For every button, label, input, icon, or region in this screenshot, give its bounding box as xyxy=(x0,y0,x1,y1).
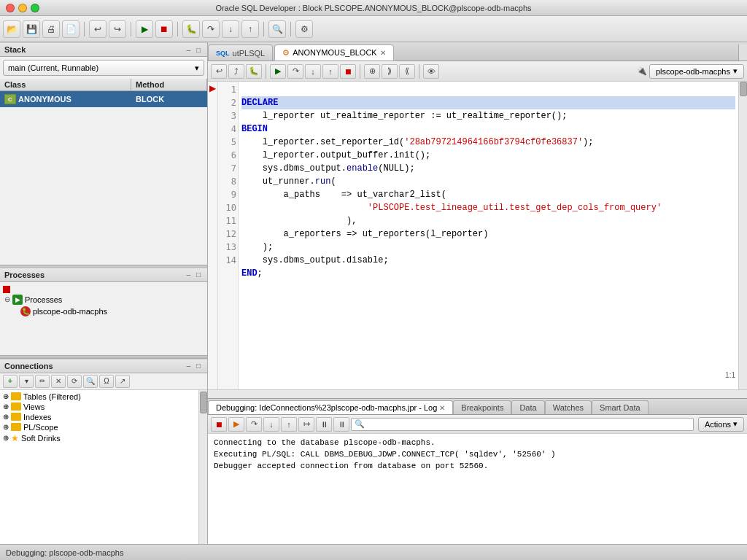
editor-scrollbar-h[interactable] xyxy=(208,389,747,398)
save-all-button[interactable]: 🖨 xyxy=(42,20,60,38)
debug-stepinto-btn[interactable]: ↓ xyxy=(263,417,279,432)
close-button[interactable] xyxy=(6,4,15,12)
table-row[interactable]: C ANONYMOUS BLOCK xyxy=(0,91,207,107)
conn-minus-icon[interactable]: – xyxy=(184,361,193,370)
connections-title: Connections xyxy=(4,362,53,370)
ed-watch-btn[interactable]: 👁 xyxy=(423,64,439,79)
debug-stepout-btn[interactable]: ↑ xyxy=(281,417,297,432)
tree-item-views[interactable]: ⊕ Views xyxy=(1,402,197,412)
tab-close-icon[interactable]: ✕ xyxy=(380,49,386,57)
debug-pause-btn[interactable]: ⏸ xyxy=(316,417,332,432)
stop-button[interactable]: ⏹ xyxy=(155,20,173,38)
tree-item-plscope[interactable]: ⊕ PL/Scope xyxy=(1,422,197,432)
processes-float-icon[interactable]: □ xyxy=(194,270,203,279)
debug-run-to-cursor-btn[interactable]: ↦ xyxy=(298,417,314,432)
refresh-connection-button[interactable]: ⟳ xyxy=(67,375,82,388)
maximize-button[interactable] xyxy=(31,4,39,12)
tab-label: Watches xyxy=(553,403,584,412)
tab-label: ANONYMOUS_BLOCK xyxy=(293,48,377,57)
scrollbar-thumb[interactable] xyxy=(200,392,207,413)
tree-label: Soft Drinks xyxy=(21,434,61,443)
processes-title: Processes xyxy=(4,271,44,279)
tab-utplsql[interactable]: SQL utPLSQL xyxy=(208,44,273,61)
tab-data[interactable]: Data xyxy=(511,400,544,414)
settings-button[interactable]: ⚙ xyxy=(295,20,313,38)
debug-button[interactable]: 🐛 xyxy=(182,20,200,38)
tree-item-softdrinks[interactable]: ⊕ ★ Soft Drinks xyxy=(1,432,197,444)
debug-stepover-btn[interactable]: ↷ xyxy=(246,417,262,432)
undo-button[interactable]: ↩ xyxy=(89,20,107,38)
debug-stop-btn[interactable]: ⏹ xyxy=(211,417,227,432)
current-line-arrow: ▶ xyxy=(209,83,216,93)
redo-button[interactable]: ↪ xyxy=(109,20,126,38)
ed-debug-btn[interactable]: 🐛 xyxy=(246,64,262,79)
debug-watch-btn[interactable]: ⏸ xyxy=(333,417,349,432)
ed-run-btn[interactable]: ⤴ xyxy=(228,64,244,79)
find-button[interactable]: 🔍 xyxy=(268,20,286,38)
debug-icon: 🐛 xyxy=(20,306,31,316)
stack-panel-icons[interactable]: – □ xyxy=(184,45,203,55)
db-select-label: plscope-odb-macphs xyxy=(656,67,730,76)
connections-toolbar: + ▾ ✏ ✕ ⟳ 🔍 Ω ↗ xyxy=(0,373,207,390)
process-stop-btn[interactable] xyxy=(3,285,204,294)
connections-icons[interactable]: – □ xyxy=(184,361,203,370)
stack-minus-icon[interactable]: – xyxy=(184,45,193,55)
tab-label: Data xyxy=(519,403,536,412)
ed-stop-btn[interactable]: ⏹ xyxy=(340,64,356,79)
delete-connection-button[interactable]: ✕ xyxy=(51,375,66,388)
ed-stepout-btn[interactable]: ↑ xyxy=(322,64,338,79)
export-button[interactable]: ↗ xyxy=(115,375,130,388)
run-button[interactable]: ▶ xyxy=(136,20,153,38)
log-content: Connecting to the database plscope-odb-m… xyxy=(208,434,747,544)
print-button[interactable]: 📄 xyxy=(62,20,80,38)
edit-connection-button[interactable]: ✏ xyxy=(35,375,50,388)
debug-search-box[interactable]: 🔍 xyxy=(351,418,694,431)
process-item-1[interactable]: 🐛 plscope-odb-macphs xyxy=(3,306,204,317)
debug-toolbar: ⏹ ▶ ↷ ↓ ↑ ↦ ⏸ ⏸ 🔍 Actions ▾ xyxy=(208,415,747,434)
debug-tabs: Debugging: IdeConnections%23plscope-odb-… xyxy=(208,399,747,415)
stack-dropdown[interactable]: main (Current, Runnable) ▾ xyxy=(3,60,204,76)
tab-smart-data[interactable]: Smart Data xyxy=(592,400,649,414)
tree-item-indexes[interactable]: ⊕ Indexes xyxy=(1,412,197,422)
ed-bp-nav-btn[interactable]: ⟫ xyxy=(382,64,398,79)
tab-anonymous-block[interactable]: ⚙ ANONYMOUS_BLOCK ✕ xyxy=(274,44,394,61)
folder-icon xyxy=(11,413,21,421)
expand-indexes-icon: ⊕ xyxy=(3,413,9,421)
scrollbar-thumb-v[interactable] xyxy=(740,82,747,96)
window-controls[interactable] xyxy=(6,4,39,12)
editor-tabs-scrollbar[interactable] xyxy=(738,44,747,61)
tab-breakpoints[interactable]: Breakpoints xyxy=(453,400,511,414)
processes-group[interactable]: ⊖ ▶ Processes xyxy=(3,294,204,306)
tree-item-tables[interactable]: ⊕ Tables (Filtered) xyxy=(1,392,197,402)
processes-minus-icon[interactable]: – xyxy=(184,270,193,279)
db-select-button[interactable]: plscope-odb-macphs ▾ xyxy=(649,64,744,79)
minimize-button[interactable] xyxy=(18,4,27,12)
ed-resume-btn[interactable]: ▶ xyxy=(270,64,286,79)
tab-debug-log[interactable]: Debugging: IdeConnections%23plscope-odb-… xyxy=(208,400,453,414)
save-button[interactable]: 💾 xyxy=(23,20,40,38)
step-over-button[interactable]: ↷ xyxy=(202,20,220,38)
conn-float-icon[interactable]: □ xyxy=(194,361,203,370)
debug-resume-btn[interactable]: ▶ xyxy=(228,417,244,432)
conn-dropdown-button[interactable]: ▾ xyxy=(19,375,34,388)
tab-watches[interactable]: Watches xyxy=(545,400,592,414)
schema-button[interactable]: Ω xyxy=(99,375,114,388)
ed-breakpoint-btn[interactable]: ⊕ xyxy=(364,64,380,79)
add-connection-button[interactable]: + xyxy=(3,375,18,388)
code-editor[interactable]: ▶ 1 xyxy=(208,82,747,389)
ed-bp-nav-back-btn[interactable]: ⟪ xyxy=(399,64,415,79)
actions-button[interactable]: Actions ▾ xyxy=(698,417,744,432)
ed-stepover-btn[interactable]: ↷ xyxy=(287,64,303,79)
processes-icons[interactable]: – □ xyxy=(184,270,203,279)
code-content[interactable]: DECLARE l_reporter ut_realtime_reporter … xyxy=(239,82,738,389)
tab-close-icon[interactable]: ✕ xyxy=(439,404,445,412)
filter-button[interactable]: 🔍 xyxy=(83,375,98,388)
editor-scrollbar-v[interactable] xyxy=(738,82,747,389)
ed-step-icon[interactable]: ↩ xyxy=(211,64,227,79)
connections-scrollbar[interactable] xyxy=(198,390,207,545)
ed-stepinto-btn[interactable]: ↓ xyxy=(305,64,321,79)
step-into-button[interactable]: ↓ xyxy=(222,20,239,38)
step-out-button[interactable]: ↑ xyxy=(241,20,259,38)
open-button[interactable]: 📂 xyxy=(3,20,20,38)
stack-float-icon[interactable]: □ xyxy=(194,45,203,55)
